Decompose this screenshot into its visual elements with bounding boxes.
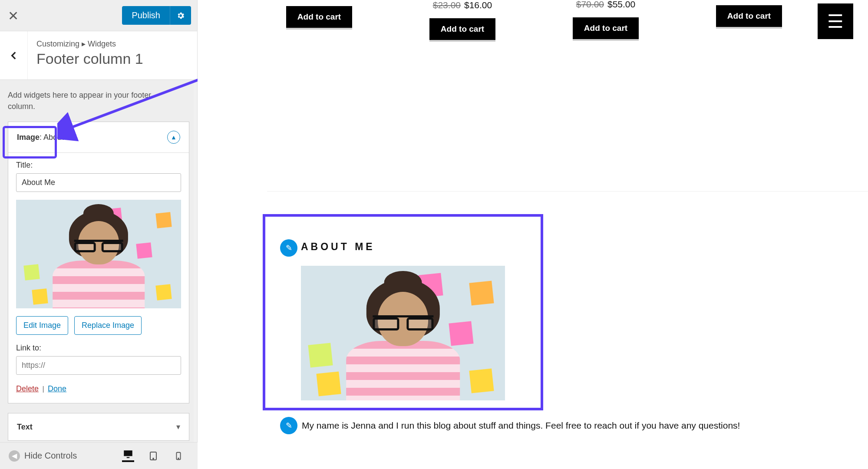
edit-widget-button[interactable]: ✎ bbox=[280, 417, 297, 434]
publish-button-group: Publish bbox=[122, 6, 191, 25]
replace-image-button[interactable]: Replace Image bbox=[74, 316, 142, 335]
title-input[interactable] bbox=[16, 173, 181, 192]
text-widget-title: Text bbox=[17, 423, 33, 432]
customizer-sidebar: ✕ Publish Customizing ▸ Widgets Footer c… bbox=[0, 0, 198, 469]
linkto-input[interactable] bbox=[16, 356, 181, 375]
image-widget-title: Image: About Me bbox=[17, 133, 77, 142]
price-old: $70.00 bbox=[576, 0, 604, 10]
price-new: $16.00 bbox=[464, 0, 492, 10]
svg-point-4 bbox=[178, 458, 179, 459]
breadcrumb-sep: ▸ bbox=[82, 40, 88, 48]
actions-sep: | bbox=[40, 385, 46, 393]
footer-preview-area: ✎ ABOUT ME bbox=[267, 191, 868, 400]
preview-pane: ☰ Add to cart $23.00 $16.00 Add to cart … bbox=[198, 0, 868, 469]
title-field-label: Title: bbox=[16, 161, 181, 170]
sidebar-body: Add widgets here to appear in your foote… bbox=[0, 80, 197, 441]
edit-widget-button[interactable]: ✎ bbox=[280, 239, 297, 257]
chevron-down-icon: ▾ bbox=[176, 422, 180, 432]
device-bar: ◀ Hide Controls bbox=[0, 442, 198, 469]
image-buttons-row: Edit Image Replace Image bbox=[16, 316, 181, 335]
product-card: $5.00 Add to cart bbox=[697, 0, 801, 27]
widget-image-preview[interactable] bbox=[16, 200, 181, 308]
image-widget-header[interactable]: Image: About Me ▲ bbox=[8, 122, 189, 153]
product-card: SALE $70.00 $55.00 Add to cart bbox=[554, 0, 658, 39]
about-image bbox=[301, 266, 505, 400]
sidebar-header: Customizing ▸ Widgets Footer column 1 bbox=[0, 31, 197, 80]
about-me-widget: ✎ ABOUT ME bbox=[267, 218, 541, 400]
svg-point-2 bbox=[153, 458, 154, 459]
about-text: My name is Jenna and I run this blog abo… bbox=[302, 420, 740, 431]
back-button[interactable] bbox=[0, 31, 28, 79]
hide-controls-label: Hide Controls bbox=[24, 451, 77, 461]
add-to-cart-button[interactable]: Add to cart bbox=[573, 17, 639, 39]
device-icons bbox=[122, 450, 189, 462]
about-text-row: ✎ My name is Jenna and I run this blog a… bbox=[280, 417, 801, 434]
price-old: $23.00 bbox=[433, 0, 461, 10]
close-customizer-button[interactable]: ✕ bbox=[8, 8, 19, 23]
pencil-icon: ✎ bbox=[286, 243, 292, 253]
breadcrumb: Customizing ▸ Widgets bbox=[36, 39, 188, 49]
price-new: $55.00 bbox=[607, 0, 635, 10]
person-illustration bbox=[47, 204, 150, 308]
chevron-up-icon: ▲ bbox=[171, 134, 177, 141]
about-title: ABOUT ME bbox=[267, 218, 541, 253]
page-title: Footer column 1 bbox=[36, 50, 188, 67]
product-card: $23.00 $16.00 Add to cart bbox=[410, 0, 515, 40]
add-to-cart-button[interactable]: Add to cart bbox=[286, 6, 352, 28]
done-link[interactable]: Done bbox=[48, 384, 66, 393]
product-price: $23.00 $16.00 bbox=[433, 0, 492, 10]
hamburger-menu-button[interactable]: ☰ bbox=[818, 3, 853, 39]
sidebar-topbar: ✕ Publish bbox=[0, 0, 197, 31]
pencil-icon: ✎ bbox=[286, 421, 292, 430]
person-illustration bbox=[340, 271, 466, 400]
image-widget-body: Title: bbox=[8, 153, 189, 403]
products-row: Add to cart $23.00 $16.00 Add to cart SA… bbox=[198, 0, 868, 40]
publish-button[interactable]: Publish bbox=[122, 6, 170, 25]
breadcrumb-prefix: Customizing bbox=[36, 40, 79, 48]
product-card: Add to cart bbox=[267, 0, 371, 28]
device-tablet-button[interactable] bbox=[147, 450, 159, 462]
publish-settings-button[interactable] bbox=[170, 6, 191, 25]
breadcrumb-item: Widgets bbox=[88, 40, 116, 48]
device-mobile-button[interactable] bbox=[172, 450, 185, 462]
text-widget-header[interactable]: Text ▾ bbox=[8, 413, 189, 441]
edit-image-button[interactable]: Edit Image bbox=[16, 316, 68, 335]
delete-link[interactable]: Delete bbox=[16, 384, 39, 393]
image-widget-title-rest: : About Me bbox=[40, 133, 77, 142]
chevron-left-circle-icon: ◀ bbox=[9, 450, 20, 462]
image-widget-title-bold: Image bbox=[17, 133, 40, 142]
linkto-label: Link to: bbox=[16, 343, 181, 353]
device-desktop-button[interactable] bbox=[122, 450, 134, 462]
product-price: $70.00 $55.00 bbox=[576, 0, 635, 10]
add-to-cart-button[interactable]: Add to cart bbox=[429, 18, 495, 40]
hamburger-icon: ☰ bbox=[827, 11, 844, 32]
collapse-toggle[interactable]: ▲ bbox=[167, 131, 180, 144]
sidebar-hint: Add widgets here to appear in your foote… bbox=[8, 89, 173, 112]
image-widget-card: Image: About Me ▲ Title: bbox=[8, 122, 189, 403]
gear-icon bbox=[176, 11, 185, 20]
add-to-cart-button[interactable]: Add to cart bbox=[716, 5, 782, 27]
hide-controls-button[interactable]: ◀ Hide Controls bbox=[9, 450, 77, 462]
widget-actions: Delete | Done bbox=[16, 384, 181, 393]
